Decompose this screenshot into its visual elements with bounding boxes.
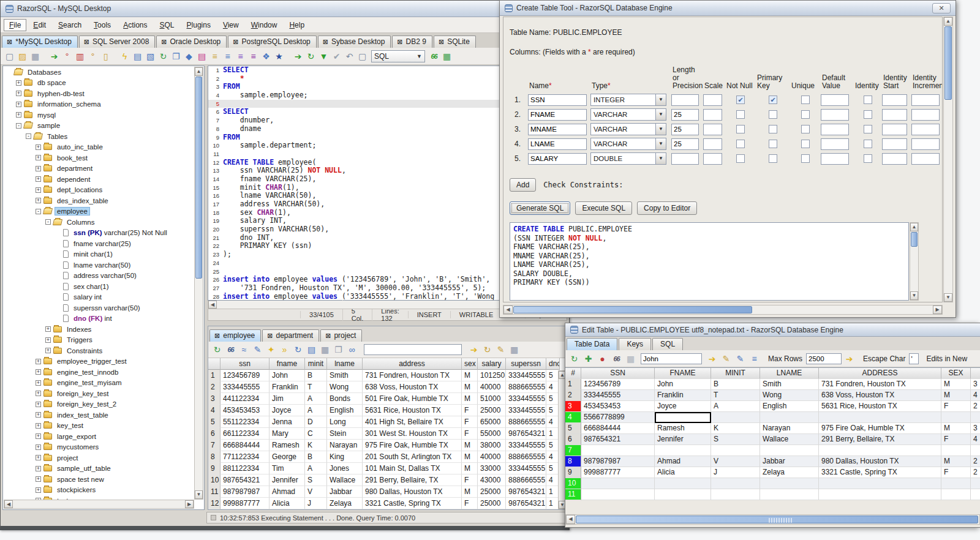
- disconnect-icon[interactable]: °: [61, 50, 74, 62]
- tab-table-data[interactable]: Table Data: [567, 338, 617, 350]
- cell[interactable]: Wong: [760, 390, 819, 401]
- column-name-input[interactable]: [528, 138, 587, 150]
- tree-horizontal-scrollbar[interactable]: ◀ ▶: [4, 500, 194, 509]
- window-horizontal-scrollbar[interactable]: ◀ ▶: [503, 305, 943, 315]
- close-tab-icon[interactable]: ⊠: [323, 39, 328, 45]
- cell[interactable]: [655, 445, 711, 456]
- default-value-input[interactable]: [821, 94, 849, 106]
- cell[interactable]: Narayan: [760, 423, 819, 434]
- close-tab-icon[interactable]: ⊠: [214, 332, 220, 339]
- brush-icon[interactable]: ✎: [720, 353, 733, 365]
- column-name-input[interactable]: [528, 94, 587, 106]
- identity-increment-input[interactable]: [911, 138, 940, 150]
- scroll-left-icon[interactable]: ◀: [503, 306, 513, 314]
- identity-start-input[interactable]: [882, 153, 907, 165]
- cell[interactable]: M: [941, 379, 971, 390]
- identity-checkbox[interactable]: [864, 154, 872, 163]
- cell[interactable]: 5566778899: [581, 412, 655, 423]
- scroll-right-icon[interactable]: ▶: [933, 306, 942, 314]
- menu-sql[interactable]: SQL: [154, 19, 180, 31]
- primary-key-checkbox[interactable]: [769, 140, 777, 148]
- cell[interactable]: [581, 445, 655, 456]
- result-tab-department[interactable]: ⊠department: [262, 329, 319, 342]
- edit-table-horizontal-scrollbar[interactable]: ◀: [565, 514, 980, 525]
- tree-toggle-icon[interactable]: +: [36, 359, 41, 364]
- connection-tab-sqlite[interactable]: ⊠SQLite: [434, 36, 476, 48]
- cell[interactable]: 987654321: [581, 434, 655, 445]
- connection-tab-postgresql-desktop[interactable]: ⊠PostgreSQL Desktop: [228, 36, 317, 48]
- cell[interactable]: [711, 412, 760, 423]
- scroll-right-icon[interactable]: ▶: [185, 500, 194, 508]
- cell[interactable]: Zelaya: [760, 467, 819, 478]
- tree-item-tables[interactable]: -Tables: [4, 131, 194, 142]
- identity-increment-input[interactable]: [911, 94, 940, 106]
- connect-icon[interactable]: ➔: [48, 50, 61, 62]
- tree-item-foreign-key-test[interactable]: +foreign_key_test: [4, 388, 194, 399]
- tree-item-lname-varchar-50[interactable]: lname varchar(50): [4, 260, 194, 271]
- link-icon[interactable]: ∞: [345, 343, 358, 356]
- column-type-select[interactable]: VARCHAR▼: [590, 138, 666, 150]
- cell[interactable]: 987987987: [581, 456, 655, 467]
- tree-toggle-icon[interactable]: +: [36, 476, 41, 482]
- row-data-icon[interactable]: ▤: [195, 50, 208, 62]
- tree-toggle-icon[interactable]: +: [36, 433, 41, 439]
- cell[interactable]: F: [941, 467, 971, 478]
- cell[interactable]: Ramesh: [655, 423, 711, 434]
- tree-item-auto-inc-table[interactable]: +auto_inc_table: [4, 142, 194, 153]
- tree-item-employee[interactable]: -employee: [4, 206, 194, 217]
- tree-toggle-icon[interactable]: +: [36, 369, 41, 375]
- tree-vertical-scrollbar[interactable]: ▲ ▼: [194, 67, 203, 500]
- tree-toggle-icon[interactable]: -: [36, 209, 41, 214]
- cell[interactable]: John: [655, 379, 711, 390]
- sort-icon[interactable]: »: [278, 343, 291, 356]
- tree-toggle-icon[interactable]: +: [36, 487, 41, 493]
- cell[interactable]: [941, 489, 971, 500]
- scroll-thumb[interactable]: [944, 26, 952, 100]
- menu-actions[interactable]: Actions: [118, 19, 153, 31]
- find-glasses-icon[interactable]: 66: [224, 343, 237, 356]
- not-null-checkbox[interactable]: [736, 125, 745, 133]
- cell[interactable]: [655, 489, 711, 500]
- unique-checkbox[interactable]: [801, 140, 810, 148]
- cell[interactable]: M: [941, 390, 971, 401]
- cell[interactable]: Jabbar: [760, 456, 819, 467]
- cell[interactable]: F: [941, 401, 971, 412]
- results-column-header[interactable]: dno: [546, 358, 560, 370]
- cell[interactable]: [941, 412, 971, 423]
- menu-edit[interactable]: Edit: [28, 19, 51, 31]
- column-name-input[interactable]: [528, 109, 587, 121]
- tree-item-project[interactable]: +project: [4, 452, 194, 463]
- results-column-header[interactable]: address: [363, 358, 462, 370]
- tree-toggle-icon[interactable]: -: [16, 123, 21, 129]
- cell[interactable]: M: [941, 423, 971, 434]
- tree-toggle-icon[interactable]: +: [16, 91, 21, 96]
- not-null-checkbox[interactable]: ✔: [736, 96, 745, 104]
- cell[interactable]: [760, 478, 819, 489]
- scale-input[interactable]: [703, 124, 722, 135]
- identity-start-input[interactable]: [882, 94, 907, 106]
- execute-lightning-icon[interactable]: ϟ: [118, 50, 131, 62]
- tree-toggle-icon[interactable]: +: [36, 412, 41, 418]
- menu-tools[interactable]: Tools: [88, 19, 116, 31]
- close-icon[interactable]: ✕: [932, 3, 951, 13]
- edit-cell-icon[interactable]: ✎: [734, 353, 747, 365]
- find-glasses-icon[interactable]: 66: [428, 50, 440, 62]
- cell[interactable]: [760, 489, 819, 500]
- scroll-up-icon[interactable]: ▲: [944, 17, 952, 26]
- cell[interactable]: 4: [971, 434, 980, 445]
- cell[interactable]: [971, 489, 980, 500]
- refresh-table-icon[interactable]: ↻: [568, 353, 581, 365]
- result-tab-project[interactable]: ⊠project: [320, 329, 362, 342]
- edit-column-header[interactable]: SSN: [581, 368, 655, 379]
- commit-icon[interactable]: ▥: [74, 50, 86, 62]
- cell[interactable]: [971, 445, 980, 456]
- cell[interactable]: [711, 445, 760, 456]
- refresh-yellow-icon[interactable]: ↻: [481, 343, 494, 356]
- default-value-input[interactable]: [821, 124, 849, 135]
- tree-toggle-icon[interactable]: +: [45, 326, 51, 332]
- favorites-star-icon[interactable]: ★: [273, 50, 285, 62]
- primary-key-checkbox[interactable]: [769, 110, 777, 119]
- close-tab-icon[interactable]: ⊠: [233, 39, 238, 45]
- scroll-left-icon[interactable]: ◀: [208, 301, 217, 309]
- primary-key-checkbox[interactable]: [769, 125, 777, 133]
